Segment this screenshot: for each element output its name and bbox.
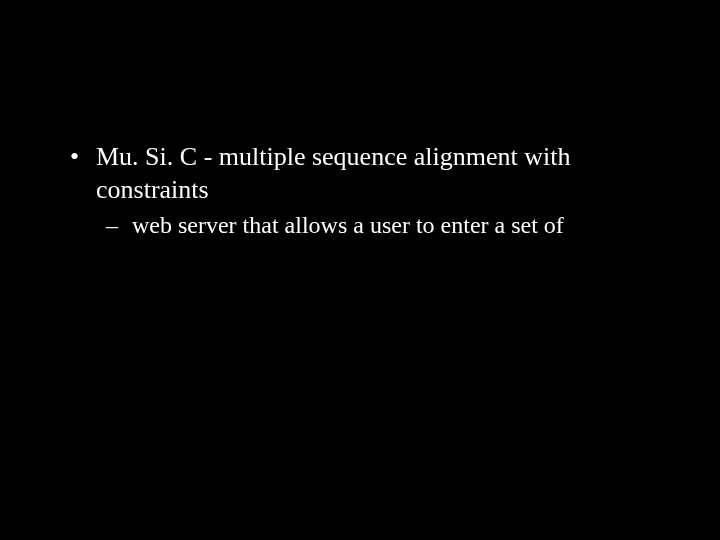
sub-bullet-text: web server that allows a user to enter a… — [132, 210, 564, 240]
bullet-marker: • — [60, 140, 96, 174]
bullet-item: • Mu. Si. C - multiple sequence alignmen… — [60, 140, 660, 206]
slide-content: • Mu. Si. C - multiple sequence alignmen… — [0, 140, 720, 240]
sub-bullet-marker: – — [106, 210, 132, 240]
bullet-text: Mu. Si. C - multiple sequence alignment … — [96, 140, 660, 206]
sub-bullet-item: – web server that allows a user to enter… — [60, 210, 660, 240]
slide: • Mu. Si. C - multiple sequence alignmen… — [0, 0, 720, 540]
